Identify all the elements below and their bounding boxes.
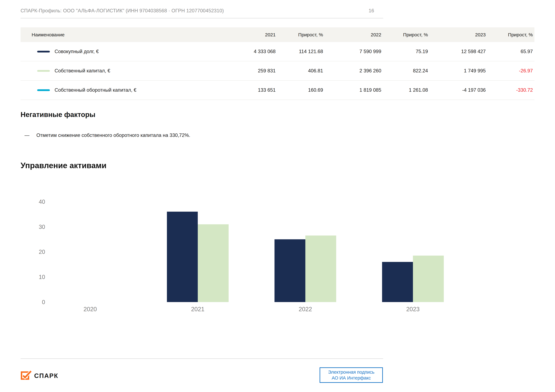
document-header-title: СПАРК-Профиль: ООО "АЛЬФА-ЛОГИСТИК" (ИНН… bbox=[21, 8, 224, 14]
bar-dark-navy-series-2021 bbox=[167, 212, 198, 302]
table-header-row: Наименование 2021 Прирост, % 2022 Прирос… bbox=[21, 27, 534, 42]
column-header-2023: 2023 bbox=[430, 32, 487, 37]
asset-management-title: Управление активами bbox=[21, 161, 106, 170]
value-cell: 7 590 999 bbox=[325, 49, 383, 54]
value-cell: 2 396 260 bbox=[325, 68, 383, 74]
negative-factor-item: — Отметим снижение собственного оборотно… bbox=[21, 132, 190, 138]
bar-light-green-series-2022 bbox=[305, 235, 336, 302]
value-cell: 4 333 068 bbox=[230, 49, 277, 54]
value-cell: 114 121.68 bbox=[277, 49, 325, 54]
column-header-growth-2023: Прирост, % bbox=[487, 32, 534, 37]
spark-logo-text: СПАРК bbox=[34, 372, 58, 379]
value-cell: 1 261.08 bbox=[383, 87, 430, 93]
value-cell: 1 749 995 bbox=[430, 68, 487, 74]
column-header-2021: 2021 bbox=[230, 32, 277, 37]
footer-divider bbox=[21, 358, 383, 359]
chart-category-2023: 2023 bbox=[359, 202, 467, 312]
column-header-growth-2022: Прирост, % bbox=[383, 32, 430, 37]
table-row-working-capital: Собственный оборотный капитал, € 133 651… bbox=[21, 81, 534, 100]
chart-plot-area: 2020202120222023 bbox=[37, 202, 467, 312]
series-swatch-navy bbox=[37, 51, 50, 52]
chart-category-2020: 2020 bbox=[37, 202, 144, 312]
report-page: СПАРК-Профиль: ООО "АЛЬФА-ЛОГИСТИК" (ИНН… bbox=[0, 0, 555, 392]
row-label: Совокупный долг, € bbox=[55, 49, 99, 54]
x-axis-label: 2023 bbox=[406, 306, 420, 312]
table-row-total-debt: Совокупный долг, € 4 333 068 114 121.68 … bbox=[21, 42, 534, 61]
negative-factors-title: Негативные факторы bbox=[21, 111, 95, 119]
x-axis-label: 2021 bbox=[191, 306, 204, 312]
value-cell: 133 651 bbox=[230, 87, 277, 93]
value-cell: -4 197 036 bbox=[430, 87, 487, 93]
signature-button[interactable]: Электронная подпись АО ИА Интерфакс bbox=[320, 367, 383, 383]
column-header-growth-2021: Прирост, % bbox=[277, 32, 325, 37]
value-cell: 75.19 bbox=[383, 49, 430, 54]
header-divider bbox=[21, 18, 383, 18]
chart-category-2021: 2021 bbox=[144, 202, 252, 312]
value-cell: 1 819 085 bbox=[325, 87, 383, 93]
x-axis-label: 2022 bbox=[299, 306, 312, 312]
bar-light-green-series-2021 bbox=[198, 224, 229, 302]
financial-table: Наименование 2021 Прирост, % 2022 Прирос… bbox=[21, 27, 534, 100]
bullet-text: Отметим снижение собственного оборотного… bbox=[37, 132, 190, 138]
row-label: Собственный оборотный капитал, € bbox=[55, 87, 136, 93]
signature-line-2: АО ИА Интерфакс bbox=[332, 375, 371, 381]
value-cell: 65.97 bbox=[487, 49, 534, 54]
chart-category-2022: 2022 bbox=[252, 202, 359, 312]
series-swatch-green bbox=[37, 70, 50, 72]
signature-line-1: Электронная подпись bbox=[328, 369, 374, 375]
value-cell: 12 598 427 bbox=[430, 49, 487, 54]
series-swatch-cyan bbox=[37, 89, 50, 91]
bullet-dash: — bbox=[24, 132, 37, 138]
value-cell: -330.72 bbox=[487, 87, 534, 93]
bar-light-green-series-2023 bbox=[413, 256, 444, 302]
spark-checkbox-icon bbox=[21, 370, 32, 380]
x-axis-label: 2020 bbox=[84, 306, 97, 312]
value-cell: 259 831 bbox=[230, 68, 277, 74]
value-cell: 160.69 bbox=[277, 87, 325, 93]
bar-dark-navy-series-2022 bbox=[275, 239, 305, 302]
table-row-equity: Собственный капитал, € 259 831 406.81 2 … bbox=[21, 61, 534, 81]
row-label: Собственный капитал, € bbox=[55, 68, 110, 74]
column-header-name: Наименование bbox=[21, 32, 230, 37]
page-number: 16 bbox=[369, 8, 374, 14]
spark-logo: СПАРК bbox=[21, 370, 58, 380]
value-cell: 822.24 bbox=[383, 68, 430, 74]
column-header-2022: 2022 bbox=[325, 32, 383, 37]
value-cell: 406.81 bbox=[277, 68, 325, 74]
asset-management-chart: 010203040 2020202120222023 bbox=[21, 196, 479, 319]
bar-dark-navy-series-2023 bbox=[382, 262, 413, 302]
value-cell: -26.97 bbox=[487, 68, 534, 74]
